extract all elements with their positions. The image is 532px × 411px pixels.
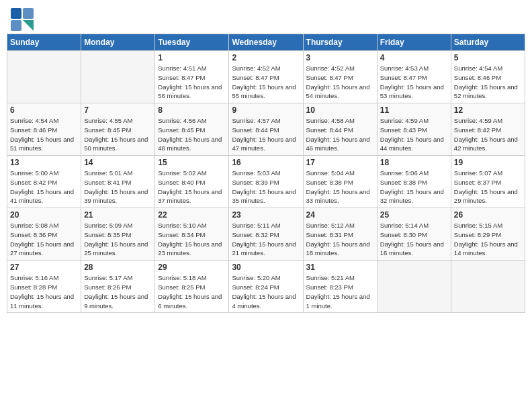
day-number: 10 — [306, 105, 374, 115]
sunset-text: Sunset: 8:26 PM — [84, 283, 131, 291]
calendar-day-header: Sunday — [7, 34, 81, 51]
sunrise-text: Sunrise: 5:14 AM — [380, 222, 429, 229]
daylight-text: Daylight: 15 hours and 37 minutes. — [158, 188, 222, 205]
sunset-text: Sunset: 8:42 PM — [454, 126, 501, 134]
day-info: Sunrise: 5:14 AMSunset: 8:30 PMDaylight:… — [380, 221, 448, 258]
day-number: 2 — [232, 53, 300, 62]
sunset-text: Sunset: 8:37 PM — [454, 179, 501, 186]
day-number: 21 — [84, 210, 152, 220]
calendar-day-cell: 3Sunrise: 4:52 AMSunset: 8:47 PMDaylight… — [303, 51, 377, 103]
sunrise-text: Sunrise: 4:56 AM — [158, 117, 206, 124]
day-info: Sunrise: 5:20 AMSunset: 8:24 PMDaylight:… — [232, 273, 300, 310]
day-number: 30 — [232, 263, 300, 272]
sunrise-text: Sunrise: 4:59 AM — [380, 117, 429, 124]
sunset-text: Sunset: 8:47 PM — [232, 74, 279, 81]
sunrise-text: Sunrise: 5:02 AM — [158, 169, 206, 177]
calendar-header-row: SundayMondayTuesdayWednesdayThursdayFrid… — [7, 34, 525, 51]
sunset-text: Sunset: 8:46 PM — [454, 74, 501, 81]
sunrise-text: Sunrise: 5:06 AM — [380, 169, 429, 177]
daylight-text: Daylight: 15 hours and 41 minutes. — [10, 188, 74, 205]
daylight-text: Daylight: 15 hours and 9 minutes. — [84, 293, 148, 310]
sunset-text: Sunset: 8:45 PM — [158, 126, 205, 134]
day-number: 13 — [10, 158, 78, 167]
sunset-text: Sunset: 8:46 PM — [10, 126, 57, 134]
day-info: Sunrise: 5:12 AMSunset: 8:31 PMDaylight:… — [306, 221, 374, 258]
logo — [9, 7, 36, 31]
sunset-text: Sunset: 8:31 PM — [306, 231, 353, 238]
day-info: Sunrise: 5:01 AMSunset: 8:41 PMDaylight:… — [84, 169, 152, 205]
sunset-text: Sunset: 8:38 PM — [306, 179, 353, 186]
sunrise-text: Sunrise: 5:08 AM — [10, 222, 58, 229]
sunset-text: Sunset: 8:42 PM — [10, 179, 57, 186]
daylight-text: Daylight: 15 hours and 32 minutes. — [380, 188, 444, 205]
day-number: 11 — [380, 105, 448, 115]
calendar-day-cell: 18Sunrise: 5:06 AMSunset: 8:38 PMDayligh… — [377, 156, 451, 208]
day-info: Sunrise: 5:00 AMSunset: 8:42 PMDaylight:… — [10, 169, 78, 205]
daylight-text: Daylight: 15 hours and 11 minutes. — [10, 293, 74, 310]
calendar-day-header: Wednesday — [229, 34, 303, 51]
day-info: Sunrise: 5:04 AMSunset: 8:38 PMDaylight:… — [306, 169, 374, 205]
sunset-text: Sunset: 8:47 PM — [306, 74, 353, 81]
day-info: Sunrise: 4:51 AMSunset: 8:47 PMDaylight:… — [158, 64, 226, 101]
calendar-day-cell: 31Sunrise: 5:21 AMSunset: 8:23 PMDayligh… — [303, 261, 377, 313]
day-number: 27 — [10, 263, 78, 272]
day-number: 29 — [158, 263, 226, 272]
calendar-day-cell — [7, 51, 81, 103]
calendar-day-header: Tuesday — [155, 34, 229, 51]
page-header — [7, 7, 525, 31]
logo-icon — [9, 7, 34, 31]
sunrise-text: Sunrise: 5:18 AM — [158, 274, 206, 281]
calendar-day-cell: 22Sunrise: 5:10 AMSunset: 8:34 PMDayligh… — [155, 208, 229, 261]
daylight-text: Daylight: 15 hours and 14 minutes. — [454, 240, 518, 257]
calendar-week-row: 1Sunrise: 4:51 AMSunset: 8:47 PMDaylight… — [7, 51, 525, 103]
day-number: 15 — [158, 158, 226, 167]
day-info: Sunrise: 4:54 AMSunset: 8:46 PMDaylight:… — [454, 64, 522, 101]
calendar-day-cell: 8Sunrise: 4:56 AMSunset: 8:45 PMDaylight… — [155, 103, 229, 156]
daylight-text: Daylight: 15 hours and 48 minutes. — [158, 136, 222, 152]
daylight-text: Daylight: 15 hours and 6 minutes. — [158, 293, 222, 310]
day-number: 3 — [306, 53, 374, 62]
day-number: 14 — [84, 158, 152, 167]
sunset-text: Sunset: 8:35 PM — [84, 231, 131, 238]
calendar-day-cell: 14Sunrise: 5:01 AMSunset: 8:41 PMDayligh… — [81, 156, 155, 208]
sunset-text: Sunset: 8:25 PM — [158, 283, 205, 291]
calendar-week-row: 27Sunrise: 5:16 AMSunset: 8:28 PMDayligh… — [7, 261, 525, 313]
calendar-day-cell: 1Sunrise: 4:51 AMSunset: 8:47 PMDaylight… — [155, 51, 229, 103]
calendar-day-header: Monday — [81, 34, 155, 51]
calendar-day-cell: 30Sunrise: 5:20 AMSunset: 8:24 PMDayligh… — [229, 261, 303, 313]
daylight-text: Daylight: 15 hours and 52 minutes. — [454, 83, 518, 100]
daylight-text: Daylight: 15 hours and 44 minutes. — [380, 136, 444, 152]
daylight-text: Daylight: 15 hours and 18 minutes. — [306, 240, 370, 257]
sunset-text: Sunset: 8:24 PM — [232, 283, 279, 291]
sunrise-text: Sunrise: 5:03 AM — [232, 169, 280, 177]
daylight-text: Daylight: 15 hours and 51 minutes. — [10, 136, 74, 152]
day-info: Sunrise: 4:52 AMSunset: 8:47 PMDaylight:… — [232, 64, 300, 101]
sunrise-text: Sunrise: 4:53 AM — [380, 64, 429, 72]
calendar-day-header: Saturday — [451, 34, 525, 51]
sunrise-text: Sunrise: 5:04 AM — [306, 169, 355, 177]
daylight-text: Daylight: 15 hours and 53 minutes. — [380, 83, 444, 100]
day-number: 28 — [84, 263, 152, 272]
calendar-day-cell: 5Sunrise: 4:54 AMSunset: 8:46 PMDaylight… — [451, 51, 525, 103]
calendar-day-cell: 10Sunrise: 4:58 AMSunset: 8:44 PMDayligh… — [303, 103, 377, 156]
sunrise-text: Sunrise: 5:16 AM — [10, 274, 58, 281]
daylight-text: Daylight: 15 hours and 39 minutes. — [84, 188, 148, 205]
sunrise-text: Sunrise: 5:00 AM — [10, 169, 58, 177]
calendar-week-row: 20Sunrise: 5:08 AMSunset: 8:36 PMDayligh… — [7, 208, 525, 261]
sunset-text: Sunset: 8:28 PM — [10, 283, 57, 291]
calendar-day-cell: 26Sunrise: 5:15 AMSunset: 8:29 PMDayligh… — [451, 208, 525, 261]
calendar-day-cell — [81, 51, 155, 103]
sunrise-text: Sunrise: 4:52 AM — [232, 64, 280, 72]
calendar-day-cell: 27Sunrise: 5:16 AMSunset: 8:28 PMDayligh… — [7, 261, 81, 313]
day-info: Sunrise: 5:21 AMSunset: 8:23 PMDaylight:… — [306, 273, 374, 310]
calendar-day-cell: 23Sunrise: 5:11 AMSunset: 8:32 PMDayligh… — [229, 208, 303, 261]
day-number: 7 — [84, 105, 152, 115]
day-number: 4 — [380, 53, 448, 62]
daylight-text: Daylight: 15 hours and 16 minutes. — [380, 240, 444, 257]
daylight-text: Daylight: 15 hours and 46 minutes. — [306, 136, 370, 152]
calendar-table: SundayMondayTuesdayWednesdayThursdayFrid… — [7, 34, 525, 313]
day-info: Sunrise: 5:18 AMSunset: 8:25 PMDaylight:… — [158, 273, 226, 310]
day-number: 24 — [306, 210, 374, 220]
daylight-text: Daylight: 15 hours and 42 minutes. — [454, 136, 518, 152]
daylight-text: Daylight: 15 hours and 25 minutes. — [84, 240, 148, 257]
